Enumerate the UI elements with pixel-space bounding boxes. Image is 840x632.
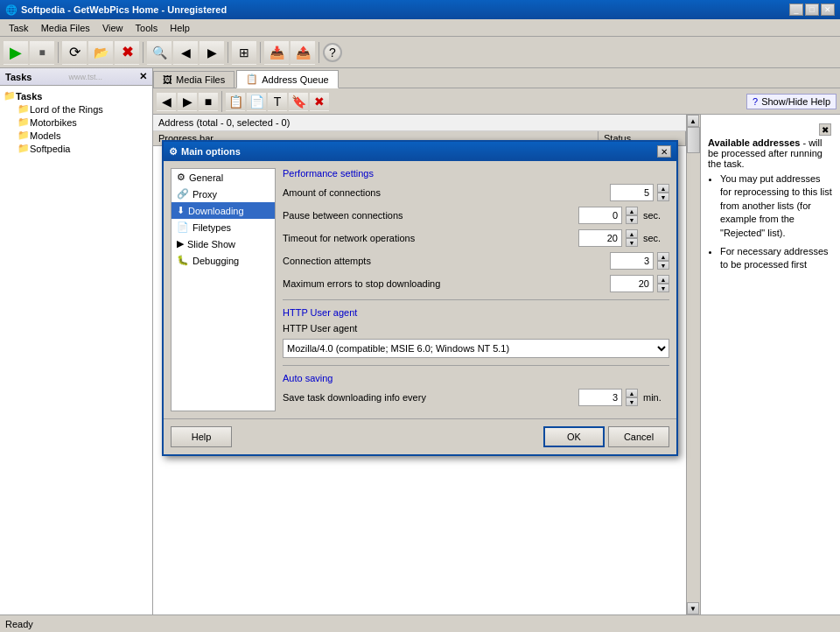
help-button[interactable]: ? — [323, 43, 342, 62]
title-bar-left: 🌐 Softpedia - GetWebPics Home - Unregist… — [5, 4, 227, 16]
attempts-input[interactable] — [610, 252, 654, 270]
http-agent-label: HTTP User agent — [283, 323, 669, 334]
nav-stop-button[interactable]: ■ — [199, 92, 218, 111]
max-errors-down-btn[interactable]: ▼ — [657, 284, 669, 292]
nav-slideshow[interactable]: ▶ Slide Show — [172, 235, 275, 252]
tab-address-queue-icon: 📋 — [246, 74, 258, 85]
help-button[interactable]: Help — [171, 426, 232, 447]
menu-bar: Task Media Files View Tools Help — [0, 19, 840, 37]
timeout-up-btn[interactable]: ▲ — [626, 229, 638, 238]
ok-cancel-group: OK Cancel — [543, 426, 669, 447]
pause-up-btn[interactable]: ▲ — [626, 207, 638, 215]
tab-media-files[interactable]: 🖼 Media Files — [153, 71, 234, 88]
attempts-up-btn[interactable]: ▲ — [657, 252, 669, 261]
dialog-content: Performance settings Amount of connectio… — [283, 168, 669, 411]
grid-button[interactable]: ⊞ — [232, 40, 256, 65]
autosave-up-btn[interactable]: ▲ — [626, 389, 638, 397]
tree-item-softpedia[interactable]: 📁 Softpedia — [2, 142, 150, 155]
menu-view[interactable]: View — [97, 21, 129, 35]
minimize-button[interactable]: _ — [789, 4, 803, 16]
forward-button[interactable]: ▶ — [200, 40, 224, 65]
attempts-row: Connection attempts ▲ ▼ — [283, 252, 669, 270]
tree-item-lord-of-rings[interactable]: 📁 Lord of the Rings — [2, 102, 150, 116]
tab-address-queue[interactable]: 📋 Address Queue — [236, 70, 338, 88]
http-agent-dropdown-container: Mozilla/4.0 (compatible; MSIE 6.0; Windo… — [283, 339, 669, 358]
dialog-title-bar: ⚙ Main options ✕ — [164, 142, 676, 161]
menu-tools[interactable]: Tools — [130, 21, 164, 35]
cancel-button[interactable]: Cancel — [608, 426, 669, 447]
nav-downloading[interactable]: ⬇ Downloading — [172, 202, 275, 219]
max-errors-input[interactable] — [610, 275, 654, 292]
show-hide-help-button[interactable]: ? Show/Hide Help — [746, 94, 836, 109]
tree-item-tasks[interactable]: 📁 Tasks — [2, 89, 150, 102]
max-errors-up-btn[interactable]: ▲ — [657, 275, 669, 284]
play-button[interactable]: ▶ — [4, 40, 28, 65]
delete-button[interactable]: ✖ — [115, 40, 139, 65]
tab-bar: 🖼 Media Files 📋 Address Queue — [153, 68, 840, 88]
scrollbar-thumb[interactable] — [687, 127, 700, 153]
title-bar-controls: _ □ ✕ — [789, 4, 835, 16]
text-button[interactable]: T — [268, 92, 287, 111]
timeout-spinner-btns: ▲ ▼ — [626, 229, 638, 247]
nav-proxy[interactable]: 🔗 Proxy — [172, 186, 275, 202]
search-button[interactable]: 🔍 — [147, 40, 172, 65]
autosave-spinner: ▲ ▼ — [578, 389, 638, 406]
folder-icon: 📁 — [18, 143, 30, 154]
info-panel-title: Available addresses - will be processed … — [708, 137, 833, 169]
section-divider-1 — [283, 299, 669, 300]
scroll-down-button[interactable]: ▼ — [687, 602, 699, 614]
scrollbar[interactable]: ▲ ▼ — [686, 115, 700, 614]
close-window-button[interactable]: ✕ — [821, 4, 835, 16]
downloading-icon: ⬇ — [177, 205, 185, 216]
maximize-button[interactable]: □ — [805, 4, 819, 16]
copy-button[interactable]: 📄 — [247, 92, 266, 111]
paste-button[interactable]: 📋 — [226, 92, 245, 111]
autosave-row: Save task downloading info every ▲ ▼ min… — [283, 389, 669, 406]
main-options-dialog: ⚙ Main options ✕ ⚙ General 🔗 Proxy ⬇ Dow… — [162, 140, 678, 456]
tree-item-models[interactable]: 📁 Models — [2, 129, 150, 142]
section-divider-2 — [283, 365, 669, 366]
tasks-title: Tasks — [5, 72, 32, 82]
delete-addr-button[interactable]: ✖ — [310, 92, 329, 111]
dialog-close-button[interactable]: ✕ — [657, 145, 671, 158]
scroll-up-button[interactable]: ▲ — [687, 115, 699, 127]
toolbar-sep-5 — [318, 42, 319, 63]
connections-down-btn[interactable]: ▼ — [657, 193, 669, 201]
stop-button[interactable]: ■ — [30, 40, 54, 65]
autosave-label: Save task downloading info every — [283, 392, 573, 403]
ok-button[interactable]: OK — [543, 426, 605, 447]
autosave-section-label: Auto saving — [283, 373, 669, 383]
menu-task[interactable]: Task — [4, 21, 34, 35]
timeout-spinner: ▲ ▼ — [578, 229, 638, 247]
nav-filetypes[interactable]: 📄 Filetypes — [172, 219, 275, 235]
nav-back-button[interactable]: ◀ — [157, 92, 176, 111]
connections-input[interactable] — [610, 184, 654, 201]
menu-media-files[interactable]: Media Files — [36, 21, 95, 35]
attempts-spinner: ▲ ▼ — [610, 252, 669, 270]
refresh-button[interactable]: ⟳ — [62, 40, 87, 65]
menu-help[interactable]: Help — [164, 21, 195, 35]
http-agent-select[interactable]: Mozilla/4.0 (compatible; MSIE 6.0; Windo… — [283, 339, 669, 358]
tree-item-motorbikes[interactable]: 📁 Motorbikes — [2, 116, 150, 129]
import-button[interactable]: 📥 — [264, 40, 289, 65]
toolbar-sep-3 — [228, 42, 228, 63]
timeout-input[interactable] — [578, 229, 622, 247]
bookmark-button[interactable]: 🔖 — [289, 92, 308, 111]
nav-general[interactable]: ⚙ General — [172, 169, 275, 186]
back-button[interactable]: ◀ — [173, 40, 198, 65]
export-button[interactable]: 📤 — [290, 40, 315, 65]
attempts-down-btn[interactable]: ▼ — [657, 261, 669, 270]
timeout-down-btn[interactable]: ▼ — [626, 238, 638, 247]
connections-label: Amount of connections — [283, 187, 605, 198]
dialog-nav: ⚙ General 🔗 Proxy ⬇ Downloading 📄 Filety… — [171, 168, 276, 411]
pause-input[interactable] — [578, 207, 622, 224]
pause-down-btn[interactable]: ▼ — [626, 215, 638, 224]
tasks-close-icon[interactable]: ✕ — [139, 71, 147, 82]
open-button[interactable]: 📂 — [88, 40, 113, 65]
autosave-input[interactable] — [578, 389, 622, 406]
autosave-down-btn[interactable]: ▼ — [626, 397, 638, 406]
nav-forward-button[interactable]: ▶ — [178, 92, 197, 111]
nav-debugging[interactable]: 🐛 Debugging — [172, 252, 275, 269]
info-panel-close-button[interactable]: ✖ — [819, 123, 831, 136]
connections-up-btn[interactable]: ▲ — [657, 184, 669, 193]
